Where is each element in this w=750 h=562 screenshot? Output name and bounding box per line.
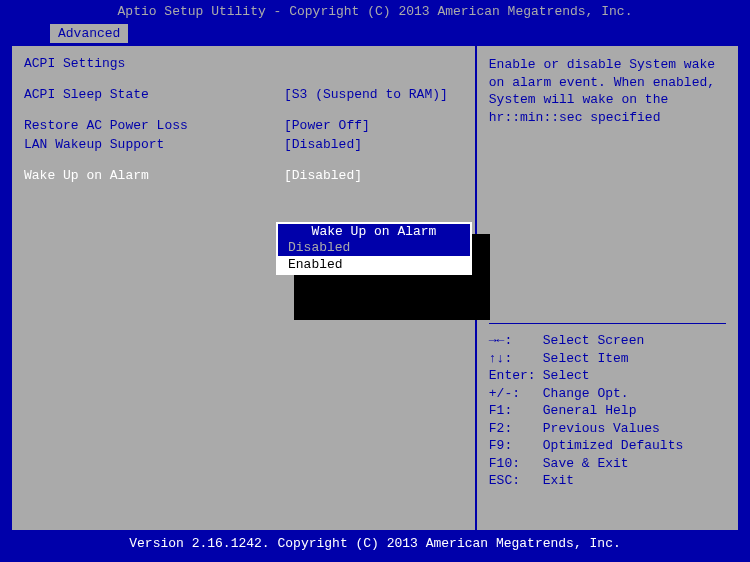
- key-esc: Exit: [543, 472, 574, 490]
- footer-bar: Version 2.16.1242. Copyright (C) 2013 Am…: [0, 532, 750, 556]
- key-select-screen: Select Screen: [543, 332, 644, 350]
- tab-row: Advanced: [0, 24, 750, 44]
- popup-option-enabled[interactable]: Enabled: [278, 256, 470, 273]
- setting-value: [Power Off]: [284, 118, 370, 133]
- setting-value: [S3 (Suspend to RAM)]: [284, 87, 448, 102]
- tab-advanced[interactable]: Advanced: [50, 24, 128, 43]
- key-f10: Save & Exit: [543, 455, 629, 473]
- setting-label: LAN Wakeup Support: [24, 137, 284, 152]
- title-bar: Aptio Setup Utility - Copyright (C) 2013…: [0, 0, 750, 24]
- key-f9-sym: F9:: [489, 437, 543, 455]
- setting-value: [Disabled]: [284, 137, 362, 152]
- key-esc-sym: ESC:: [489, 472, 543, 490]
- setting-label: Restore AC Power Loss: [24, 118, 284, 133]
- settings-panel: ACPI Settings ACPI Sleep State [S3 (Susp…: [10, 44, 477, 532]
- key-f1: General Help: [543, 402, 637, 420]
- key-select-screen-sym: →←:: [489, 332, 543, 350]
- key-f9: Optimized Defaults: [543, 437, 683, 455]
- setting-value: [Disabled]: [284, 168, 362, 183]
- help-text: Enable or disable System wake on alarm e…: [489, 56, 726, 126]
- popup-option-disabled[interactable]: Disabled: [278, 239, 470, 256]
- popup-wake-alarm: Wake Up on Alarm Disabled Enabled: [276, 222, 472, 275]
- key-select-item-sym: ↑↓:: [489, 350, 543, 368]
- setting-acpi-sleep-state[interactable]: ACPI Sleep State [S3 (Suspend to RAM)]: [24, 87, 463, 102]
- setting-wake-alarm[interactable]: Wake Up on Alarm [Disabled]: [24, 168, 463, 183]
- key-f2: Previous Values: [543, 420, 660, 438]
- key-change-sym: +/-:: [489, 385, 543, 403]
- setting-lan-wakeup[interactable]: LAN Wakeup Support [Disabled]: [24, 137, 463, 152]
- key-change: Change Opt.: [543, 385, 629, 403]
- key-hints: →←:Select Screen ↑↓:Select Item Enter:Se…: [489, 315, 726, 520]
- help-panel: Enable or disable System wake on alarm e…: [477, 44, 740, 532]
- key-enter-sym: Enter:: [489, 367, 543, 385]
- setting-restore-ac[interactable]: Restore AC Power Loss [Power Off]: [24, 118, 463, 133]
- key-f2-sym: F2:: [489, 420, 543, 438]
- key-f1-sym: F1:: [489, 402, 543, 420]
- main-area: ACPI Settings ACPI Sleep State [S3 (Susp…: [0, 44, 750, 532]
- setting-label: ACPI Sleep State: [24, 87, 284, 102]
- key-enter: Select: [543, 367, 590, 385]
- key-select-item: Select Item: [543, 350, 629, 368]
- setting-label: Wake Up on Alarm: [24, 168, 284, 183]
- section-title: ACPI Settings: [24, 56, 463, 71]
- divider: [489, 323, 726, 324]
- popup-title: Wake Up on Alarm: [308, 224, 441, 239]
- key-f10-sym: F10:: [489, 455, 543, 473]
